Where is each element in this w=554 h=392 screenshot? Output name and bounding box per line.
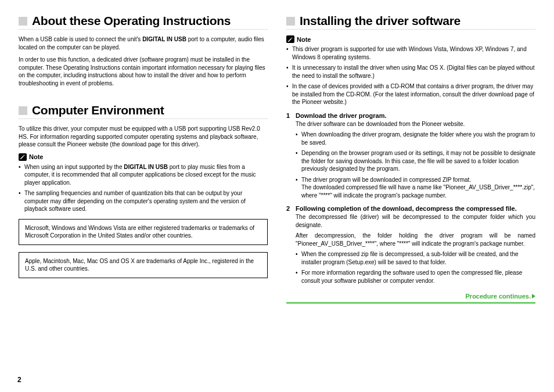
heading-text: About these Operating Instructions — [32, 14, 231, 28]
step-1: Download the driver program. The driver … — [286, 112, 535, 200]
square-icon — [286, 17, 295, 26]
list-item: When the compressed zip file is decompre… — [296, 250, 535, 266]
dotted-divider — [19, 118, 268, 119]
trademark-box-ms: Microsoft, Windows and Windows Vista are… — [19, 219, 268, 245]
step-desc: After decompression, the folder holding … — [296, 232, 535, 247]
install-note-list: This driver program is supported for use… — [286, 45, 535, 106]
about-p2: In order to use this function, a dedicat… — [19, 56, 268, 87]
dotted-divider — [19, 29, 268, 30]
heading-install: Installing the driver software — [286, 14, 535, 28]
pencil-icon — [19, 153, 27, 161]
list-item: When using an input supported by the DIG… — [19, 163, 268, 187]
bold-term: DIGITAL IN USB — [124, 164, 168, 170]
note-label: Note — [29, 153, 43, 160]
list-item: Depending on the browser program used or… — [296, 149, 535, 173]
note-heading: Note — [286, 35, 535, 43]
heading-env: Computer Environment — [19, 103, 268, 117]
env-note-list: When using an input supported by the DIG… — [19, 163, 268, 213]
about-p1: When a USB cable is used to connect the … — [19, 35, 268, 51]
continues-label: Procedure continues. — [466, 293, 531, 300]
step-desc: The decompressed file (driver) will be d… — [296, 213, 535, 229]
list-item: In the case of devices provided with a C… — [286, 82, 535, 106]
list-item: The driver program will be downloaded in… — [296, 176, 535, 200]
note-label: Note — [297, 36, 311, 43]
step-title: Following completion of the download, de… — [296, 205, 535, 212]
green-bar — [286, 302, 535, 304]
bold-term: DIGITAL IN USB — [142, 36, 186, 42]
heading-about: About these Operating Instructions — [19, 14, 268, 28]
square-icon — [19, 106, 27, 115]
env-p1: To utilize this driver, your computer mu… — [19, 125, 268, 149]
list-item: It is unnecessary to install the driver … — [286, 64, 535, 80]
step-desc: The driver software can be downloaded fr… — [296, 120, 535, 128]
step-sublist: When downloading the driver program, des… — [296, 131, 535, 199]
heading-text: Installing the driver software — [300, 14, 461, 28]
section-computer-env: Computer Environment To utilize this dri… — [19, 103, 268, 278]
left-column: About these Operating Instructions When … — [19, 14, 268, 304]
page-number: 2 — [17, 376, 21, 384]
procedure-continues: Procedure continues. — [286, 290, 535, 304]
pencil-icon — [286, 35, 294, 43]
section-about: About these Operating Instructions When … — [19, 14, 268, 87]
list-item: The sampling frequencies and number of q… — [19, 189, 268, 213]
step-title: Download the driver program. — [296, 112, 535, 119]
right-column: Installing the driver software Note This… — [286, 14, 535, 304]
heading-text: Computer Environment — [32, 103, 164, 117]
trademark-box-apple: Apple, Macintosh, Mac, Mac OS and OS X a… — [19, 252, 268, 278]
list-item: When downloading the driver program, des… — [296, 131, 535, 146]
arrow-right-icon — [532, 294, 535, 299]
square-icon — [19, 17, 27, 26]
list-item: For more information regarding the softw… — [296, 269, 535, 285]
step-sublist: When the compressed zip file is decompre… — [296, 250, 535, 285]
page-columns: About these Operating Instructions When … — [19, 14, 535, 304]
dotted-divider — [286, 29, 535, 30]
step-2: Following completion of the download, de… — [286, 205, 535, 285]
list-item: This driver program is supported for use… — [286, 45, 535, 61]
procedure-steps: Download the driver program. The driver … — [286, 112, 535, 285]
note-heading: Note — [19, 153, 268, 161]
